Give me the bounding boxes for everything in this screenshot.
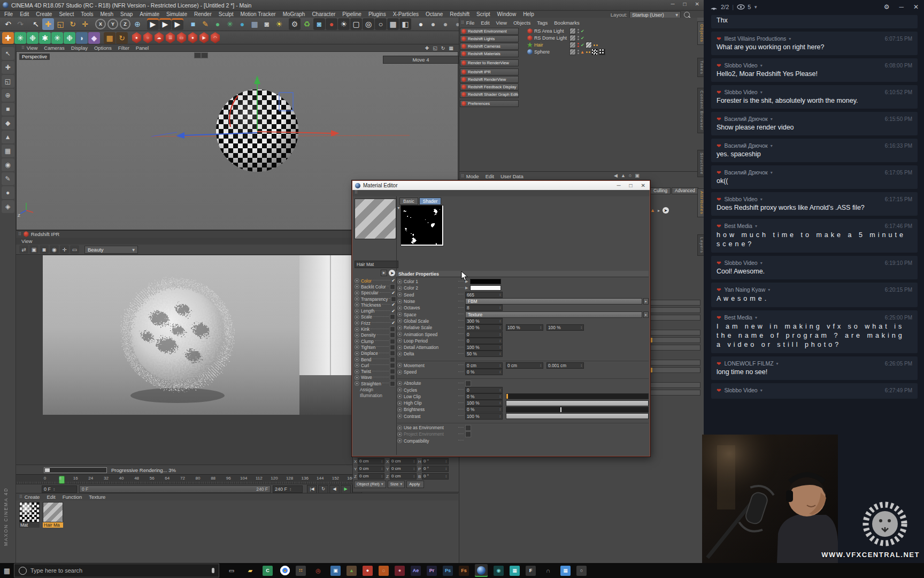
layer-tag[interactable] (569, 28, 576, 34)
gear-icon[interactable]: ⚙ (289, 18, 301, 30)
channel-straighten[interactable]: Straighten (355, 381, 395, 386)
object-row-rs-dome-light[interactable]: RS Dome Light✔ (523, 35, 697, 41)
dark-red-app-icon[interactable]: ● (395, 566, 405, 576)
photoshop-icon[interactable]: Ps (443, 566, 453, 576)
pen-spline-icon[interactable]: ✎ (199, 18, 211, 30)
material-dots-tag[interactable] (586, 51, 590, 53)
heart-icon[interactable]: ❤ (717, 196, 721, 202)
property-bullet-icon[interactable] (397, 363, 402, 368)
heart-icon[interactable]: ❤ (717, 223, 721, 229)
menu-script[interactable]: Script (476, 11, 490, 17)
split-icon[interactable]: ◧ (399, 18, 411, 30)
chat-username[interactable]: LONEWOLF FILMZ (724, 360, 773, 367)
channel-color[interactable]: Color✔ (355, 278, 395, 284)
menu-character[interactable]: Character (312, 11, 335, 17)
heart-icon[interactable]: ❤ (717, 387, 721, 393)
stripes-tag[interactable] (586, 42, 592, 48)
chat-username[interactable]: Best Media (724, 223, 752, 229)
channel-bullet-icon[interactable] (355, 278, 359, 283)
chat-message[interactable]: ❤Slobbo Video▾6:08:00 PMHello2, Moar Red… (711, 58, 918, 82)
panel-grip-icon[interactable]: ⠿ (19, 495, 22, 499)
light-icon[interactable]: ☀ (273, 18, 285, 30)
property-bullet-icon[interactable] (397, 438, 402, 443)
deformer-icon[interactable]: ● (236, 18, 248, 30)
channel-specular[interactable]: Specular✔ (355, 290, 395, 296)
object-menu-objects[interactable]: Objects (513, 20, 530, 26)
channel-expand-button[interactable]: ▸ (381, 270, 387, 276)
chat-message[interactable]: ❤Yan Naing Kyaw▾6:20:15 PMAwesome. (711, 283, 918, 307)
noise-tag[interactable] (599, 49, 605, 55)
channel-bend[interactable]: Bend (355, 356, 395, 362)
enable-dots[interactable] (578, 29, 579, 33)
chat-username[interactable]: Slobbo Video (724, 89, 757, 95)
bulb-icon[interactable]: ○ (375, 18, 387, 30)
value-field[interactable]: 300 %↕ (465, 318, 503, 324)
coord-button-object-rel-[interactable]: Object (Rel) (354, 481, 386, 488)
enable-dots[interactable] (578, 36, 579, 40)
subdivide-icon[interactable]: ● (212, 18, 224, 30)
attribute-menu-user-data[interactable]: User Data (500, 173, 523, 179)
object-menu-bookmarks[interactable]: Bookmarks (554, 20, 580, 26)
menu-mesh[interactable]: Mesh (101, 11, 113, 17)
menu-window[interactable]: Window (497, 11, 517, 17)
move-icon[interactable]: ✚ (42, 18, 54, 30)
chat-username[interactable]: Василий Дрючок (724, 169, 767, 176)
channel-bullet-icon[interactable] (355, 351, 359, 356)
render-settings-icon[interactable]: ▶ (159, 18, 171, 30)
heart-icon[interactable]: ❤ (717, 116, 721, 122)
rs-dome-icon[interactable]: ○ (143, 32, 153, 43)
window-close-button[interactable]: ✕ (695, 1, 699, 7)
octane-render-icon[interactable]: ● (326, 18, 337, 30)
render-team-icon[interactable]: ▶ (172, 18, 183, 30)
viewport-menu-cameras[interactable]: Cameras (44, 45, 65, 51)
channel-bullet-icon[interactable] (355, 327, 359, 332)
channel-twist[interactable]: Twist (355, 368, 395, 374)
coord-field-x[interactable]: X0 cm↕ (386, 458, 417, 465)
menu-file[interactable]: File (4, 11, 13, 17)
redo-icon[interactable]: ↷ (14, 18, 26, 30)
prev-frame-button[interactable]: ◀ (329, 485, 340, 493)
current-frame-field[interactable]: 0 F↕ (42, 485, 77, 493)
channel-bullet-icon[interactable] (355, 291, 359, 295)
chat-message[interactable]: ❤Best Media▾6:25:00 PMI am new in making… (711, 310, 918, 353)
heart-icon[interactable]: ❤ (717, 260, 721, 266)
coord-field-y[interactable]: Y0 cm↕ (354, 466, 384, 472)
rs-proxy-icon[interactable]: ▶ (199, 32, 209, 43)
color-swatch[interactable] (470, 279, 501, 284)
menu-animate[interactable]: Animate (140, 11, 159, 17)
frame-range-slider[interactable]: 0 F 240 F (79, 485, 271, 493)
target-icon[interactable]: ◎ (363, 18, 374, 30)
channel-bullet-icon[interactable] (355, 315, 359, 320)
material-thumbnail-mat[interactable]: Mat (19, 502, 40, 528)
material-menu-create[interactable]: Create (25, 494, 40, 500)
viewport-menu-display[interactable]: Display (71, 45, 88, 51)
material-preview[interactable] (355, 199, 396, 239)
attribute-menu-mode[interactable]: Mode (466, 173, 479, 179)
layer-tag[interactable] (569, 35, 576, 41)
property-bullet-icon[interactable] (397, 292, 402, 297)
value-field[interactable]: 0 cm↕ (506, 362, 543, 369)
chat-username[interactable]: Slobbo Video (724, 62, 757, 69)
tab-advanced[interactable]: Advanced (672, 187, 698, 194)
chat-message[interactable]: ❤Василий Дрючок▾6:16:33 PMyes. spaceship (711, 139, 918, 162)
expand-icon[interactable]: ▸ (658, 208, 660, 213)
tweak-mode-icon[interactable]: ✎ (2, 172, 14, 185)
property-bullet-icon[interactable] (397, 401, 402, 406)
attribute-menu-edit[interactable]: Edit (486, 173, 494, 179)
heart-icon[interactable]: ❤ (717, 63, 721, 69)
phong-tag-icon[interactable]: ▲ (580, 50, 584, 55)
vp-pan-icon[interactable]: ✚ (424, 44, 430, 51)
chat-username[interactable]: Василий Дрючок (724, 142, 767, 149)
material-editor-minimize-button[interactable]: ─ (617, 182, 620, 188)
object-row-hair[interactable]: Hair✔ (523, 42, 697, 48)
viewport-label[interactable]: Perspective (19, 54, 50, 60)
property-bullet-icon[interactable] (397, 279, 402, 284)
task-view-icon[interactable]: ▭ (225, 564, 238, 577)
pro-app-icon[interactable]: ∷ (296, 566, 306, 576)
viewport-menu-filter[interactable]: Filter (118, 45, 129, 51)
tab-culling[interactable]: Culling (650, 187, 671, 194)
property-bullet-icon[interactable] (397, 352, 402, 356)
value-field[interactable]: 665↕ (465, 292, 503, 298)
heart-icon[interactable]: ❤ (717, 89, 721, 95)
property-bullet-icon[interactable] (397, 381, 402, 386)
